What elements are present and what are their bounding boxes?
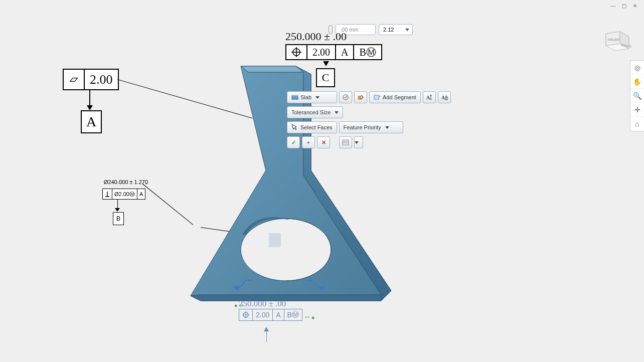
position-symbol-icon [286,45,307,59]
selected-position-icon [239,309,253,320]
pan-tool[interactable]: ✋ [630,75,644,89]
selected-fcf-d1: A [273,309,284,320]
view-toolbar: ◎ ✋ 🔍 ✛ ⌂ [630,60,644,131]
svg-rect-4 [292,96,298,99]
feature-priority-dropdown[interactable]: Feature Priority [339,121,403,133]
add-segment-button[interactable]: Add Segment [369,91,421,103]
selected-fcf-d2: BⓂ [284,309,302,320]
dim-handle-right-icon[interactable]: ↔⬥ [304,313,315,321]
window-maximize[interactable]: ▢ [620,3,628,9]
datum-target-left-icon [230,278,255,292]
text-lock-button[interactable]: A [438,91,451,103]
flatness-symbol-icon [64,70,85,89]
auto-tolerance-button[interactable] [339,91,352,103]
datum-a-arrow-icon [87,105,93,110]
main-dimension-text: 250.000 ± .00 [285,30,347,43]
fcf-tolerance: 2.00 [307,45,336,59]
svg-rect-7 [358,96,361,100]
text-height-button[interactable]: A [423,91,436,103]
flatness-tolerance: 2.00 [85,70,118,89]
cancel-button[interactable]: ✕ [317,136,330,148]
window-controls: — ▢ ✕ [609,3,639,9]
fcf-perpendicularity[interactable]: Ø2.00Ⓜ A [102,189,145,200]
fcf-flatness[interactable]: 2.00 [63,69,119,90]
perpendicularity-symbol-icon [103,189,112,199]
tolerance-version-dropdown[interactable]: 2.12 [379,24,413,35]
perp-tolerance: Ø2.00Ⓜ [112,189,137,199]
from-selection-button[interactable] [354,91,367,103]
datum-b-box[interactable]: B [113,212,124,225]
ctx-row-selection: Select Faces Feature Priority [287,121,403,133]
toleranced-size-dropdown[interactable]: Toleranced Size [287,106,343,118]
highlight-region [269,233,281,247]
svg-text:FRONT: FRONT [608,38,620,42]
datum-b-leader [117,200,118,209]
selected-dim-text: 250.000 ± .00 [239,299,286,309]
datum-a-box[interactable]: A [81,110,102,133]
selected-datum-arrow-icon [264,327,269,331]
svg-text:A: A [441,95,445,100]
datum-b-arrow-icon [115,208,120,212]
select-faces-button[interactable]: Select Faces [287,121,337,133]
fcf-datum-a: A [336,45,354,59]
fit-tool[interactable]: ✛ [630,103,644,117]
svg-rect-11 [445,97,447,100]
datum-a-leader [89,90,90,106]
feature-type-dropdown[interactable]: Slab [287,91,337,103]
window-minimize[interactable]: — [609,3,617,9]
ctx-row-feature: Slab Add Segment A A [287,91,451,103]
svg-rect-5 [292,95,298,96]
orbit-tool[interactable]: ◎ [630,61,644,75]
confirm-button[interactable]: ✓ [287,136,300,148]
svg-rect-12 [343,140,349,145]
diameter-dimension: Ø240.000 ± 1.270 [104,179,148,185]
library-button[interactable] [339,136,352,148]
view-cube[interactable]: FRONT RIGHT [601,28,632,52]
svg-point-3 [241,219,331,281]
fcf-position[interactable]: 2.00 A BⓂ [285,44,382,60]
library-dropdown[interactable] [354,136,363,148]
zoom-tool[interactable]: 🔍 [630,89,644,103]
selected-fcf-tol: 2.00 [253,309,273,320]
selected-dimension[interactable]: 250.000 ± .00 2.00 A BⓂ [239,299,302,321]
ctx-row-actions: ✓ + ✕ [287,136,363,148]
window-close[interactable]: ✕ [631,3,639,9]
selected-fcf: 2.00 A BⓂ [239,309,302,321]
datum-target-right-icon [303,278,329,292]
home-view-tool[interactable]: ⌂ [630,117,644,131]
add-button[interactable]: + [302,136,315,148]
perp-datum: A [137,189,145,199]
ctx-row-tolerance: Toleranced Size [287,106,343,118]
svg-rect-8 [374,95,379,99]
fcf-datum-b: BⓂ [354,45,381,59]
